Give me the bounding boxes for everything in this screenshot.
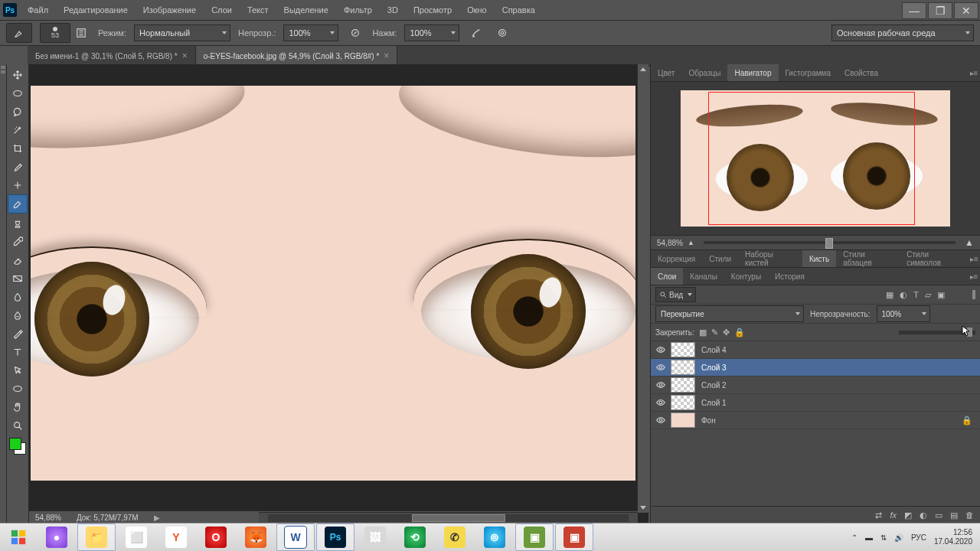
color-swatches[interactable] (9, 438, 26, 455)
zoom-tool[interactable] (8, 416, 27, 434)
layer-name[interactable]: Слой 1 (701, 399, 727, 407)
fill-slider[interactable] (899, 331, 975, 334)
tray-volume-icon[interactable]: 🔊 (894, 533, 903, 542)
tray-network-icon[interactable]: ⇅ (880, 533, 887, 542)
zoom-out-icon[interactable]: ▲ (688, 239, 694, 246)
panel-tab-Слои[interactable]: Слои (651, 268, 683, 285)
panel-tab-Стили абзацев[interactable]: Стили абзацев (836, 250, 900, 267)
document-tab[interactable]: o-EYES-facebook.jpg @ 54,9% (Слой 3, RGB… (196, 46, 398, 66)
filter-type-icon[interactable]: T (913, 290, 919, 300)
navigator-zoom-slider[interactable] (704, 241, 956, 244)
visibility-toggle[interactable] (651, 397, 671, 408)
layer-thumbnail[interactable] (671, 377, 695, 393)
lasso-tool[interactable] (8, 103, 27, 120)
dodge-tool[interactable] (8, 306, 27, 324)
opacity-select[interactable]: 100% (283, 24, 338, 41)
horizontal-scrollbar[interactable] (259, 512, 638, 523)
tool-preset[interactable] (6, 23, 32, 43)
filter-toggle[interactable] (972, 290, 975, 299)
panel-tab-Коррекция[interactable]: Коррекция (651, 250, 702, 267)
panel-tab-История[interactable]: История (768, 268, 812, 285)
menu-Выделение[interactable]: Выделение (276, 0, 336, 20)
magic-wand-tool[interactable] (8, 121, 27, 139)
delete-layer-icon[interactable]: 🗑 (965, 510, 974, 520)
minimize-button[interactable]: — (902, 2, 926, 19)
brush-panel-toggle[interactable] (72, 24, 90, 42)
gradient-tool[interactable] (8, 269, 27, 287)
collapsed-panel-strip[interactable] (0, 64, 7, 523)
workspace-select[interactable]: Основная рабочая среда (831, 24, 974, 41)
layer-row[interactable]: Слой 2 (651, 377, 980, 394)
navigator-viewport-box[interactable] (708, 92, 915, 225)
panel-tab-Стили символов[interactable]: Стили символов (900, 250, 969, 267)
history-brush-tool[interactable] (8, 233, 27, 250)
crop-tool[interactable] (8, 139, 27, 157)
taskbar-app-12[interactable]: ⊚ (475, 523, 514, 551)
panel-tab-Каналы[interactable]: Каналы (683, 268, 724, 285)
tray-lang[interactable]: РУС (911, 533, 926, 542)
tray-chevron-icon[interactable]: ⌃ (851, 533, 858, 542)
panel-tab-Наборы кистей[interactable]: Наборы кистей (738, 250, 802, 267)
taskbar-opera[interactable]: O (197, 523, 235, 551)
layer-row[interactable]: Слой 3 (651, 359, 980, 377)
layer-row[interactable]: Слой 4 (651, 341, 980, 359)
taskbar-word[interactable]: W (276, 523, 315, 551)
visibility-toggle[interactable] (651, 344, 671, 355)
pressure-opacity-icon[interactable] (346, 24, 364, 42)
lock-position-icon[interactable]: ✥ (723, 328, 730, 337)
type-tool[interactable] (8, 343, 27, 360)
move-tool[interactable] (8, 66, 27, 83)
layer-row[interactable]: Слой 1 (651, 394, 980, 412)
visibility-toggle[interactable] (651, 362, 671, 373)
taskbar-app-9[interactable]: 🖼 (356, 523, 394, 551)
taskbar-photoshop[interactable]: Ps (316, 523, 354, 551)
navigator-panel[interactable] (651, 82, 980, 236)
taskbar-app-11[interactable]: ✆ (436, 523, 474, 551)
taskbar-app-10[interactable]: ⟲ (396, 523, 434, 551)
layer-thumbnail[interactable] (671, 360, 695, 375)
taskbar-firefox[interactable]: 🦊 (237, 523, 275, 551)
layer-name[interactable]: Слой 2 (701, 381, 727, 390)
menu-Фильтр[interactable]: Фильтр (336, 0, 380, 20)
layer-opacity-select[interactable]: 100% (877, 305, 930, 322)
healing-tool[interactable] (8, 176, 27, 194)
layer-thumbnail[interactable] (671, 395, 695, 410)
eraser-tool[interactable] (8, 251, 27, 269)
layer-thumbnail[interactable] (671, 412, 695, 428)
layer-name[interactable]: Слой 3 (701, 364, 727, 372)
flow-select[interactable]: 100% (404, 24, 459, 41)
zoom-in-icon[interactable]: ▲ (965, 237, 974, 248)
tray-clock[interactable]: 12:56 17.04.2020 (934, 528, 972, 546)
menu-Слои[interactable]: Слои (204, 0, 240, 20)
menu-Просмотр[interactable]: Просмотр (406, 0, 459, 20)
stamp-tool[interactable] (8, 214, 27, 232)
panel-tab-Навигатор[interactable]: Навигатор (727, 64, 778, 81)
path-select-tool[interactable] (8, 361, 27, 379)
menu-Редактирование[interactable]: Редактирование (56, 0, 136, 20)
menu-Справка[interactable]: Справка (495, 0, 543, 20)
maximize-button[interactable]: ❐ (928, 2, 952, 19)
layer-thumbnail[interactable] (671, 342, 695, 357)
taskbar-explorer[interactable]: 📁 (77, 523, 116, 551)
new-layer-icon[interactable]: ▤ (950, 510, 958, 520)
lock-transparency-icon[interactable]: ▩ (699, 328, 707, 337)
layer-name[interactable]: Фон (701, 416, 716, 425)
taskbar-app-3[interactable]: ⬜ (117, 523, 155, 551)
document-tab[interactable]: Без имени-1 @ 30,1% (Слой 5, RGB/8) *× (28, 46, 196, 66)
adjustment-icon[interactable]: ◐ (920, 510, 927, 520)
layer-name[interactable]: Слой 4 (701, 346, 727, 354)
panel-tab-Контуры[interactable]: Контуры (724, 268, 768, 285)
tray-battery-icon[interactable]: ▬ (865, 533, 873, 542)
layer-filter-select[interactable]: Вид (655, 287, 696, 302)
mask-icon[interactable]: ◩ (904, 510, 912, 520)
panel-menu-icon[interactable]: ▸≡ (968, 64, 980, 81)
panel-tab-Свойства[interactable]: Свойства (838, 64, 885, 81)
fx-icon[interactable]: fx (890, 510, 897, 520)
taskbar-app-1[interactable]: ● (38, 523, 76, 551)
airbrush-icon[interactable] (467, 24, 485, 42)
filter-pixel-icon[interactable]: ▦ (886, 290, 893, 300)
layer-row[interactable]: Фон🔒 (651, 412, 980, 429)
menu-Файл[interactable]: Файл (20, 0, 56, 20)
close-tab-icon[interactable]: × (182, 51, 188, 61)
visibility-toggle[interactable] (651, 415, 671, 425)
